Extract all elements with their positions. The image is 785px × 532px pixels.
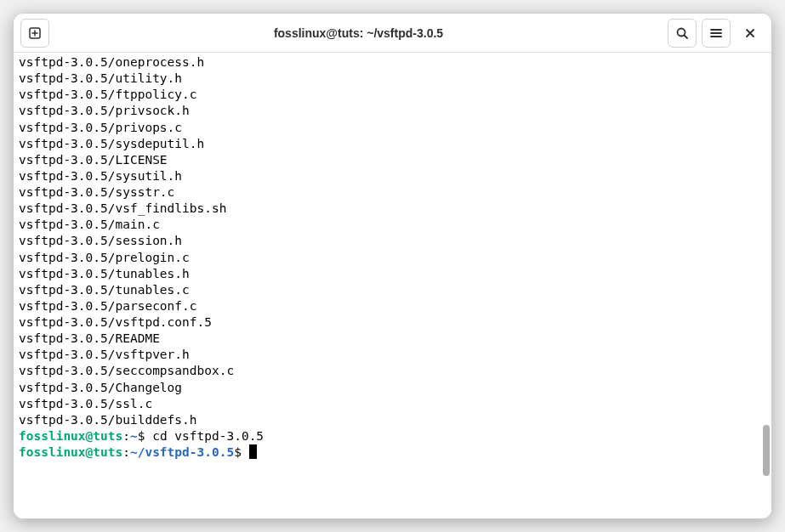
terminal-output-line: vsftpd-3.0.5/sysutil.h <box>19 168 766 184</box>
terminal-output-line: vsftpd-3.0.5/tunables.c <box>19 282 766 298</box>
prompt-user: fosslinux@tuts <box>19 445 122 459</box>
terminal-output-line: vsftpd-3.0.5/ssl.c <box>19 396 766 412</box>
terminal-output-line: vsftpd-3.0.5/vsftpd.conf.5 <box>19 314 766 331</box>
terminal-output: vsftpd-3.0.5/oneprocess.hvsftpd-3.0.5/ut… <box>19 54 766 428</box>
terminal-output-line: vsftpd-3.0.5/seccompsandbox.c <box>19 363 766 379</box>
hamburger-icon <box>709 26 723 40</box>
close-button[interactable] <box>736 19 765 48</box>
prompt-sep: : <box>122 445 130 459</box>
terminal-output-line: vsftpd-3.0.5/tunables.h <box>19 266 766 282</box>
terminal-output-line: vsftpd-3.0.5/main.c <box>19 217 766 233</box>
scrollbar-thumb[interactable] <box>763 425 770 476</box>
titlebar-controls <box>668 19 765 48</box>
terminal-output-line: vsftpd-3.0.5/utility.h <box>19 71 766 87</box>
prompt-sep: : <box>122 429 130 443</box>
new-tab-button[interactable] <box>20 19 49 48</box>
terminal-output-line: vsftpd-3.0.5/vsftpver.h <box>19 347 766 363</box>
search-button[interactable] <box>668 19 697 48</box>
terminal-output-line: vsftpd-3.0.5/README <box>19 331 766 347</box>
terminal-output-line: vsftpd-3.0.5/vsf_findlibs.sh <box>19 201 766 217</box>
terminal-output-line: vsftpd-3.0.5/LICENSE <box>19 152 766 168</box>
search-icon <box>675 26 689 40</box>
terminal-output-line: vsftpd-3.0.5/parseconf.c <box>19 298 766 314</box>
terminal-output-line: vsftpd-3.0.5/privops.c <box>19 120 766 136</box>
terminal-output-line: vsftpd-3.0.5/builddefs.h <box>19 412 766 428</box>
window-title: fosslinux@tuts: ~/vsftpd-3.0.5 <box>54 26 663 40</box>
prompt-sep2: $ <box>234 445 248 459</box>
terminal-prompt-line: fosslinux@tuts:~/vsftpd-3.0.5$ <box>19 444 766 461</box>
menu-button[interactable] <box>702 19 731 48</box>
titlebar: fosslinux@tuts: ~/vsftpd-3.0.5 <box>14 14 771 53</box>
close-icon <box>744 27 756 39</box>
terminal-output-line: vsftpd-3.0.5/prelogin.c <box>19 250 766 266</box>
terminal-output-line: vsftpd-3.0.5/sysstr.c <box>19 184 766 201</box>
terminal-output-line: vsftpd-3.0.5/Changelog <box>19 380 766 396</box>
terminal-output-line: vsftpd-3.0.5/session.h <box>19 233 766 249</box>
prompt-command: cd vsftpd-3.0.5 <box>152 429 264 443</box>
prompt-user: fosslinux@tuts <box>19 429 122 443</box>
prompt-path: ~/vsftpd-3.0.5 <box>130 445 234 459</box>
terminal-prompt-line: fosslinux@tuts:~$ cd vsftpd-3.0.5 <box>19 428 766 444</box>
terminal-content[interactable]: vsftpd-3.0.5/oneprocess.hvsftpd-3.0.5/ut… <box>14 53 771 518</box>
prompt-sep2: $ <box>138 429 152 443</box>
cursor <box>249 444 257 459</box>
terminal-window: fosslinux@tuts: ~/vsftpd-3.0.5 vsftpd-3 <box>13 13 772 519</box>
plus-icon <box>28 26 42 40</box>
prompt-path: ~ <box>130 429 138 443</box>
terminal-output-line: vsftpd-3.0.5/sysdeputil.h <box>19 136 766 152</box>
terminal-output-line: vsftpd-3.0.5/privsock.h <box>19 103 766 119</box>
terminal-output-line: vsftpd-3.0.5/oneprocess.h <box>19 54 766 71</box>
terminal-output-line: vsftpd-3.0.5/ftppolicy.c <box>19 87 766 103</box>
